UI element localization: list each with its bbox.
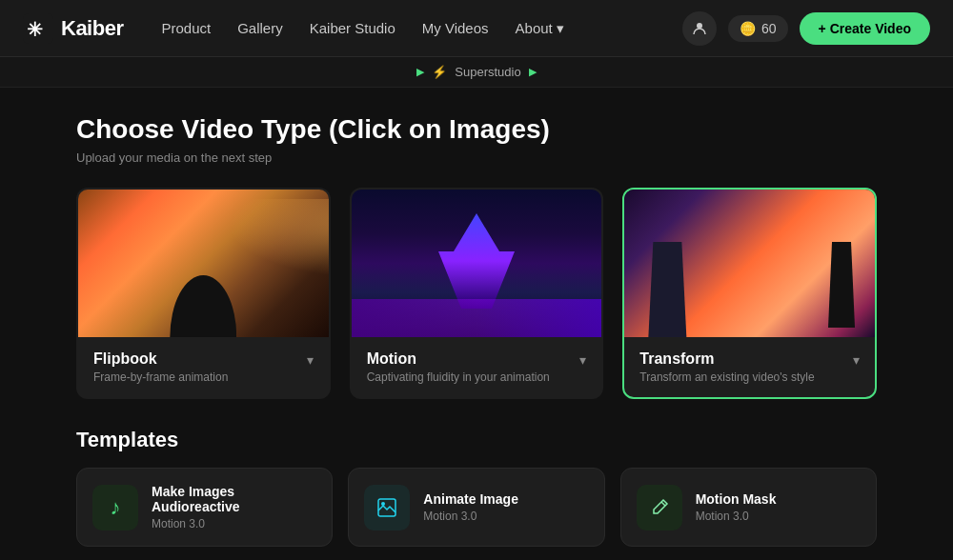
template-card-animate-image[interactable]: Animate Image Motion 3.0 xyxy=(348,468,604,547)
video-type-selector: Flipbook Frame-by-frame animation ▾ Moti… xyxy=(76,188,877,399)
credits-count: 60 xyxy=(761,21,777,36)
credits-badge[interactable]: 🪙 60 xyxy=(728,15,788,42)
template-image-icon xyxy=(364,485,410,530)
templates-grid: ♪ Make Images Audioreactive Motion 3.0 A… xyxy=(76,468,877,547)
video-card-transform[interactable]: Transform Transform an existing video's … xyxy=(622,188,877,399)
image-icon-svg xyxy=(376,497,397,518)
template-animate-image-type: Motion 3.0 xyxy=(423,510,518,523)
template-mask-icon xyxy=(637,485,682,530)
breadcrumb-label[interactable]: Superstudio xyxy=(455,65,520,79)
flipbook-title: Flipbook xyxy=(93,350,228,368)
template-animate-image-name: Animate Image xyxy=(423,491,518,507)
flipbook-chevron-icon: ▾ xyxy=(307,352,314,368)
user-icon xyxy=(692,21,707,36)
nav-right-controls: 🪙 60 + Create Video xyxy=(682,11,930,46)
nav-gallery[interactable]: Gallery xyxy=(237,20,283,36)
create-video-button[interactable]: + Create Video xyxy=(800,12,930,45)
template-audioreactive-type: Motion 3.0 xyxy=(152,517,316,530)
nav-links: Product Gallery Kaiber Studio My Videos … xyxy=(161,20,682,37)
breadcrumb-bar: ▶ ⚡ Superstudio ▶ xyxy=(0,57,953,88)
svg-point-2 xyxy=(697,23,702,29)
svg-text:✳: ✳ xyxy=(27,19,43,40)
template-card-audioreactive[interactable]: ♪ Make Images Audioreactive Motion 3.0 xyxy=(76,468,333,547)
nav-kaiber-studio[interactable]: Kaiber Studio xyxy=(310,20,395,36)
page-subtitle: Upload your media on the next step xyxy=(76,150,877,165)
template-music-icon: ♪ xyxy=(92,485,138,530)
template-motion-mask-type: Motion 3.0 xyxy=(696,510,777,523)
motion-preview-image xyxy=(352,190,602,337)
video-card-motion[interactable]: Motion Captivating fluidity in your anim… xyxy=(350,188,604,399)
user-icon-button[interactable] xyxy=(682,11,717,46)
logo-text: Kaiber xyxy=(61,16,123,41)
templates-title: Templates xyxy=(76,428,877,452)
motion-description: Captivating fluidity in your animation xyxy=(367,370,550,384)
template-audioreactive-name: Make Images Audioreactive xyxy=(152,484,316,514)
transform-chevron-icon: ▾ xyxy=(853,352,860,368)
breadcrumb-arrow-left: ▶ xyxy=(416,66,424,78)
nav-about[interactable]: About ▾ xyxy=(516,20,564,37)
transform-title: Transform xyxy=(639,350,814,368)
kaiber-logo-icon: ✳ xyxy=(23,13,53,44)
video-card-flipbook[interactable]: Flipbook Frame-by-frame animation ▾ xyxy=(76,188,331,399)
pencil-icon-svg xyxy=(649,497,670,518)
flipbook-preview-image xyxy=(78,190,329,337)
main-content: Choose Video Type (Click on Images) Uplo… xyxy=(0,88,953,560)
template-motion-mask-name: Motion Mask xyxy=(696,491,777,507)
chevron-down-icon: ▾ xyxy=(557,20,564,37)
motion-chevron-icon: ▾ xyxy=(579,352,586,368)
template-card-motion-mask[interactable]: Motion Mask Motion 3.0 xyxy=(620,468,877,547)
credits-icon: 🪙 xyxy=(740,21,756,36)
motion-title: Motion xyxy=(367,350,550,368)
nav-product[interactable]: Product xyxy=(161,20,211,36)
svg-point-4 xyxy=(381,502,385,506)
logo[interactable]: ✳ Kaiber xyxy=(23,13,123,44)
nav-my-videos[interactable]: My Videos xyxy=(422,20,489,36)
page-title: Choose Video Type (Click on Images) xyxy=(76,114,877,145)
transform-description: Transform an existing video's style xyxy=(639,370,814,384)
navigation: ✳ Kaiber Product Gallery Kaiber Studio M… xyxy=(0,0,953,57)
breadcrumb-arrow-right: ▶ xyxy=(529,66,537,78)
transform-preview-image xyxy=(624,190,875,337)
breadcrumb-icon: ⚡ xyxy=(432,65,447,79)
flipbook-description: Frame-by-frame animation xyxy=(93,370,228,384)
